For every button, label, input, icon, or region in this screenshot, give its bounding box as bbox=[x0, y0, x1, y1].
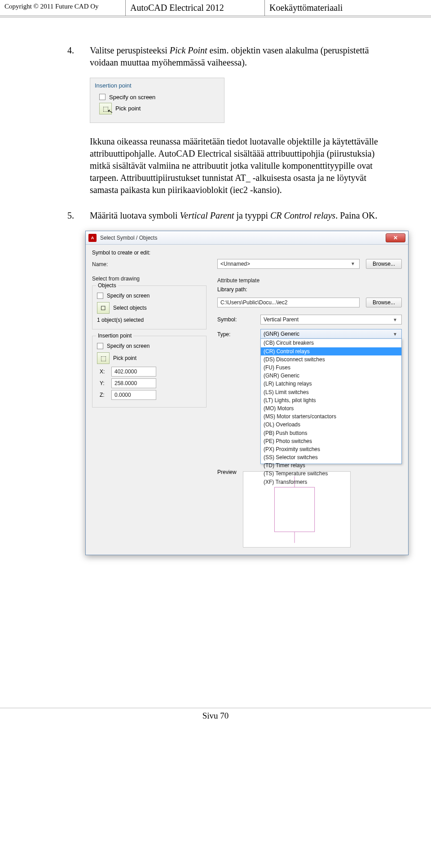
pickpoint-label: Pick point bbox=[115, 105, 141, 113]
step-5-text: Määritä luotava symboli Vertical Parent … bbox=[90, 210, 382, 222]
svg-rect-0 bbox=[274, 487, 314, 532]
pickpoint-row: ⬚ ↖ Pick point bbox=[99, 103, 220, 114]
header-copyright: Copyright © 2011 Future CAD Oy bbox=[0, 0, 126, 16]
step5-a: Määritä luotava symboli bbox=[90, 210, 180, 220]
type-option[interactable]: (LR) Latching relays bbox=[261, 380, 401, 388]
step-5: 5. Määritä luotava symboli Vertical Pare… bbox=[67, 210, 382, 222]
pick-point-btn2[interactable]: ⬚ bbox=[97, 352, 110, 364]
select-symbol-dialog: A Select Symbol / Objects ✕ Symbol to cr… bbox=[85, 231, 409, 555]
type-combo-value: (GNR) Generic bbox=[264, 330, 299, 338]
z-label: Z: bbox=[100, 391, 107, 399]
type-option[interactable]: (LT) Lights, pilot lights bbox=[261, 396, 401, 404]
dialog-title: Select Symbol / Objects bbox=[100, 234, 386, 241]
y-input[interactable]: 258.0000 bbox=[111, 378, 156, 388]
browse-button-1[interactable]: Browse... bbox=[366, 259, 402, 269]
obj-specify-label: Specify on screen bbox=[107, 292, 150, 299]
type-option[interactable]: (FU) Fuses bbox=[261, 364, 401, 372]
type-option[interactable]: (PB) Push buttons bbox=[261, 429, 401, 437]
type-option[interactable]: (LS) Limit switches bbox=[261, 388, 401, 396]
dialog-body: Symbol to create or edit: Name: Select f… bbox=[86, 245, 408, 555]
select-objects-button[interactable]: ◻ bbox=[97, 302, 110, 314]
symbol-label: Symbol: bbox=[217, 316, 256, 323]
type-option[interactable]: (GNR) Generic bbox=[261, 372, 401, 380]
x-input[interactable]: 402.0000 bbox=[111, 367, 156, 377]
type-dropdown[interactable]: (CB) Circuit breakers(CR) Control relays… bbox=[260, 338, 402, 464]
name-label: Name: bbox=[92, 261, 108, 268]
type-option[interactable]: (PE) Photo switches bbox=[261, 437, 401, 445]
type-option[interactable]: (SS) Selector switches bbox=[261, 453, 401, 461]
step-4-text: Valitse peruspisteeksi Pick Point esim. … bbox=[90, 44, 382, 69]
selected-count: 1 object(s) selected bbox=[97, 316, 202, 324]
symbol-combo-value: Vertical Parent bbox=[264, 316, 299, 323]
specify-checkbox[interactable] bbox=[99, 94, 106, 100]
info-paragraph: Ikkuna oikeassa reunassa määritetään tie… bbox=[90, 136, 382, 196]
obj-specify-checkbox[interactable] bbox=[97, 293, 103, 299]
type-option[interactable]: (TS) Temperature switches bbox=[261, 469, 401, 478]
insertion-group-label: Insertion point bbox=[95, 82, 220, 90]
step5-b: Vertical Parent bbox=[180, 210, 234, 220]
type-combo[interactable]: (GNR) Generic ▼ bbox=[260, 329, 402, 339]
x-label: X: bbox=[100, 368, 107, 375]
attr-template-label: Attribute template bbox=[217, 277, 402, 284]
step5-d: CR Control relays bbox=[270, 210, 335, 220]
close-icon: ✕ bbox=[393, 234, 398, 241]
header-title: AutoCAD Electrical 2012 bbox=[126, 0, 265, 16]
step-4-number: 4. bbox=[67, 44, 90, 69]
pick-point-label-2: Pick point bbox=[113, 355, 136, 362]
type-option[interactable]: (XF) Transformers bbox=[261, 478, 401, 486]
dialog-right-column: <Unnamed> ▼ Browse... Attribute template… bbox=[217, 249, 402, 548]
step4-a: Valitse peruspisteeksi bbox=[90, 45, 170, 55]
type-label: Type: bbox=[217, 329, 256, 338]
browse-button-2[interactable]: Browse... bbox=[366, 298, 402, 307]
chevron-down-icon: ▼ bbox=[349, 261, 356, 267]
type-option[interactable]: (CR) Control relays bbox=[261, 347, 401, 355]
pick-icon-2: ⬚ bbox=[101, 354, 106, 363]
insertion-group: Insertion point Specify on screen ⬚ Pick… bbox=[92, 336, 207, 408]
type-option[interactable]: (MO) Motors bbox=[261, 404, 401, 412]
type-option[interactable]: (DS) Disconnect switches bbox=[261, 355, 401, 364]
close-button[interactable]: ✕ bbox=[386, 233, 405, 242]
select-objects-label: Select objects bbox=[113, 304, 147, 311]
type-option[interactable]: (TD) Timer relays bbox=[261, 461, 401, 469]
ins-specify-checkbox[interactable] bbox=[97, 343, 103, 349]
name-combo[interactable]: <Unnamed> ▼ bbox=[217, 259, 360, 269]
libpath-input[interactable]: C:\Users\Public\Docu...\iec2 bbox=[217, 298, 360, 307]
libpath-label: Library path: bbox=[217, 286, 256, 293]
dialog-left-column: Symbol to create or edit: Name: Select f… bbox=[92, 249, 207, 548]
pick-point-button[interactable]: ⬚ ↖ bbox=[99, 103, 112, 114]
step5-e: . Paina OK. bbox=[335, 210, 377, 220]
step-5-number: 5. bbox=[67, 210, 90, 222]
ins-specify-label: Specify on screen bbox=[107, 342, 150, 350]
step5-c: ja tyyppi bbox=[234, 210, 270, 220]
type-option[interactable]: (OL) Overloads bbox=[261, 421, 401, 429]
y-label: Y: bbox=[100, 380, 107, 387]
type-option[interactable]: (PX) Proximity switches bbox=[261, 445, 401, 453]
type-option[interactable]: (MS) Motor starters/contactors bbox=[261, 412, 401, 421]
step-4: 4. Valitse peruspisteeksi Pick Point esi… bbox=[67, 44, 382, 69]
insertion-legend: Insertion point bbox=[96, 332, 133, 339]
z-input[interactable]: 0.0000 bbox=[111, 390, 156, 400]
app-icon: A bbox=[88, 234, 97, 242]
type-option[interactable]: (CB) Circuit breakers bbox=[261, 339, 401, 347]
symbol-combo[interactable]: Vertical Parent ▼ bbox=[260, 315, 402, 324]
chevron-down-icon: ▼ bbox=[391, 317, 399, 323]
dialog-titlebar: A Select Symbol / Objects ✕ bbox=[86, 231, 408, 245]
name-combo-value: <Unnamed> bbox=[220, 260, 250, 267]
objects-group: Objects Specify on screen ◻ Select objec… bbox=[92, 285, 207, 329]
step4-b: Pick Point bbox=[170, 45, 207, 55]
page-header: Copyright © 2011 Future CAD Oy AutoCAD E… bbox=[0, 0, 431, 16]
chevron-down-icon: ▼ bbox=[391, 331, 399, 338]
specify-row: Specify on screen bbox=[99, 93, 220, 101]
cursor-icon: ↖ bbox=[107, 107, 114, 116]
specify-label: Specify on screen bbox=[109, 93, 155, 101]
page-footer: Sivu 70 bbox=[0, 708, 431, 721]
symbol-edit-label: Symbol to create or edit: bbox=[92, 249, 207, 256]
preview-label: Preview bbox=[217, 469, 237, 548]
header-right: Koekäyttömateriaali bbox=[265, 0, 431, 16]
insertion-point-screenshot: Insertion point Specify on screen ⬚ ↖ Pi… bbox=[90, 78, 224, 123]
select-icon: ◻ bbox=[101, 303, 106, 312]
name-row: Name: bbox=[92, 261, 207, 268]
page-content: 4. Valitse peruspisteeksi Pick Point esi… bbox=[0, 18, 431, 591]
objects-legend: Objects bbox=[96, 282, 118, 289]
